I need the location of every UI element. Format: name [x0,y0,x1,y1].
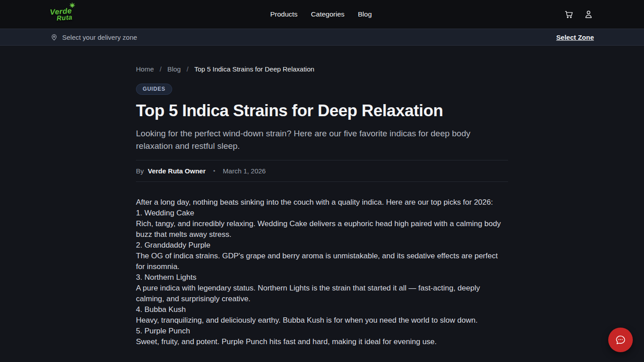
byline-date: March 1, 2026 [223,167,266,175]
nav-link-categories[interactable]: Categories [311,10,344,18]
delivery-zone-message: Select your delivery zone [62,34,137,41]
breadcrumb-separator: / [160,65,161,73]
breadcrumb: Home / Blog / Top 5 Indica Strains for D… [136,65,508,73]
article-page: Home / Blog / Top 5 Indica Strains for D… [136,46,508,347]
article-body: After a long day, nothing beats sinking … [136,197,508,347]
breadcrumb-separator: / [186,65,188,73]
byline-author: Verde Ruta Owner [148,167,206,175]
article-paragraph: A pure indica with legendary status. Nor… [136,283,508,304]
article-paragraph: Heavy, tranquilizing, and deliciously ea… [136,315,508,326]
breadcrumb-home-link[interactable]: Home [136,65,154,73]
user-account-icon[interactable] [583,9,594,20]
page-title: Top 5 Indica Strains for Deep Relaxation [136,101,508,121]
cart-icon[interactable] [564,9,574,20]
divider [136,181,508,182]
delivery-zone-bar: Select your delivery zone Select Zone [0,29,644,46]
breadcrumb-current-page: Top 5 Indica Strains for Deep Relaxation [194,65,314,73]
logo-text-line2: Ruta [50,14,76,21]
article-list-heading: 1. Wedding Cake [136,208,508,219]
article-list-heading: 5. Purple Punch [136,326,508,337]
article-list-heading: 2. Granddaddy Purple [136,240,508,251]
select-zone-link[interactable]: Select Zone [556,34,594,41]
main-nav: Products Categories Blog [270,10,372,18]
delivery-zone-prompt: Select your delivery zone [50,33,137,41]
verde-ruta-logo[interactable]: Verde Ruta [49,3,76,25]
article-subtitle: Looking for the perfect wind-down strain… [136,127,498,152]
article-byline: By Verde Ruta Owner • March 1, 2026 [136,160,508,181]
chat-support-button[interactable] [608,328,633,352]
article-paragraph: The OG of indica strains. GDP's grape an… [136,251,508,272]
category-badge-guides: GUIDES [136,84,172,95]
cannabis-leaf-icon [68,1,76,12]
byline-separator-dot: • [210,168,219,174]
chat-bubble-icon [614,334,627,346]
top-navigation-bar: Verde Ruta Products Categories Blog [0,0,644,29]
nav-link-products[interactable]: Products [270,10,297,18]
article-list-heading: 4. Bubba Kush [136,304,508,315]
article-paragraph: Rich, tangy, and incredibly relaxing. We… [136,219,508,240]
article-paragraph: After a long day, nothing beats sinking … [136,197,508,208]
breadcrumb-blog-link[interactable]: Blog [167,65,181,73]
article-paragraph: Sweet, fruity, and potent. Purple Punch … [136,337,508,347]
location-pin-icon [50,33,58,41]
article-list-heading: 3. Northern Lights [136,272,508,283]
byline-prefix: By [136,167,144,175]
nav-link-blog[interactable]: Blog [358,10,372,18]
header-actions [564,9,594,20]
